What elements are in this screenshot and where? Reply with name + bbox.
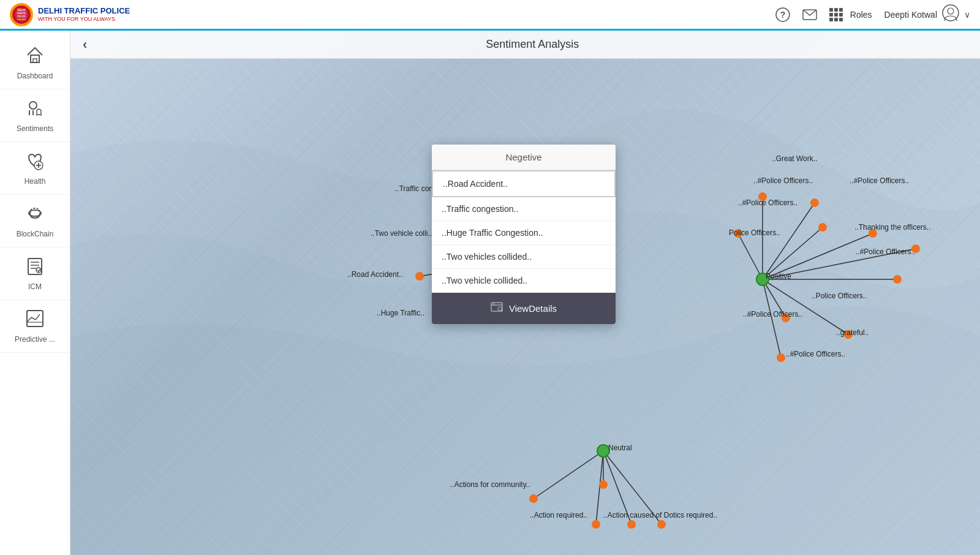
icm-icon xyxy=(25,256,45,280)
blockchain-icon xyxy=(25,203,45,227)
page-header: ‹ Sentiment Analysis xyxy=(70,31,980,59)
popup-list-item-2[interactable]: ..Two vehicles collided.. xyxy=(432,245,616,269)
logo-text: DELHI TRAFFIC POLICE WITH YOU FOR YOU AL… xyxy=(38,6,130,22)
svg-line-48 xyxy=(603,451,662,524)
health-icon xyxy=(25,151,45,175)
svg-rect-23 xyxy=(27,311,43,327)
pos-leaf-label-p9: ..Police Officers.. xyxy=(812,292,867,300)
view-details-icon xyxy=(491,301,503,315)
help-button[interactable]: ? xyxy=(775,7,790,22)
sidebar-item-dashboard[interactable]: Dashboard xyxy=(0,37,70,89)
neu-leaf-dot-1 xyxy=(529,494,538,503)
positive-node-label: Positive xyxy=(766,272,791,281)
back-button[interactable]: ‹ xyxy=(83,37,87,53)
user-name: Deepti Kotwal xyxy=(884,10,937,20)
main-layout: Dashboard Sentiments xyxy=(0,31,980,555)
pos-leaf-label-p2: ..#Police Officers.. xyxy=(753,176,813,185)
neu-leaf-label-2: ..Action required.. xyxy=(530,511,587,519)
pos-leaf-dot-4 xyxy=(734,229,742,238)
mail-button[interactable] xyxy=(802,9,817,21)
neu-leaf-dot-4 xyxy=(657,520,666,529)
pos-leaf-dot-10 xyxy=(777,353,785,362)
neu-leaf-dot-2 xyxy=(592,520,600,529)
pos-leaf-label-p6: ..Thanking the officers.. xyxy=(854,223,931,232)
svg-line-44 xyxy=(763,279,781,358)
content-area: ‹ Sentiment Analysis xyxy=(70,31,980,555)
page-title: Sentiment Analysis xyxy=(97,38,968,51)
sentiments-icon xyxy=(25,98,45,122)
logo-subtitle: WITH YOU FOR YOU ALWAYS xyxy=(38,16,130,23)
svg-line-40 xyxy=(763,249,916,279)
sidebar-item-predictive[interactable]: Predictive ... xyxy=(0,300,70,353)
home-icon xyxy=(25,45,45,69)
user-menu[interactable]: Deepti Kotwal ∨ xyxy=(884,4,970,25)
neutral-node[interactable] xyxy=(597,444,610,458)
user-avatar-icon xyxy=(942,4,959,25)
roles-button[interactable]: Roles xyxy=(829,8,872,21)
svg-text:POLICE: POLICE xyxy=(17,15,26,17)
svg-text:दिल्ली पुलिस: दिल्ली पुलिस xyxy=(17,18,26,21)
pos-leaf-label-p8: ..#Police Officers.. xyxy=(743,310,802,319)
pos-leaf-dot-9 xyxy=(844,330,853,339)
svg-text:TRAFFIC: TRAFFIC xyxy=(17,12,26,15)
neg-leaf-dot-4 xyxy=(415,272,424,281)
neg-leaf-label-4: ..Road Accident.. xyxy=(347,270,403,279)
navbar: DELHI TRAFFIC POLICE दिल्ली पुलिस DELHI … xyxy=(0,0,980,31)
pos-leaf-dot-5 xyxy=(869,229,877,238)
popup-list-item-0[interactable]: ..Traffic congestion.. xyxy=(432,197,616,221)
grid-icon xyxy=(829,8,843,21)
pos-leaf-label-p7: ..#Police Officers.. xyxy=(856,247,915,256)
svg-line-36 xyxy=(763,203,815,279)
svg-point-53 xyxy=(498,307,502,311)
sidebar-item-blockchain[interactable]: BlockChain xyxy=(0,195,70,247)
pos-leaf-dot-3 xyxy=(818,223,827,232)
navbar-icons: ? Roles Deepti Kotwal xyxy=(775,4,970,25)
popup-list-item-1[interactable]: ..Huge Traffic Congestion.. xyxy=(432,221,616,245)
neu-leaf-label-1: ..Actions for community.. xyxy=(450,480,530,489)
neu-leaf-dot-3 xyxy=(627,520,636,529)
sidebar-item-label-dashboard: Dashboard xyxy=(17,72,53,80)
sidebar-item-label-sentiments: Sentiments xyxy=(17,124,53,133)
sidebar-item-health[interactable]: Health xyxy=(0,142,70,195)
svg-text:DELHI: DELHI xyxy=(17,9,26,12)
svg-line-45 xyxy=(533,451,603,499)
svg-point-13 xyxy=(29,102,37,109)
neutral-node-label: Neutral xyxy=(608,444,632,452)
svg-line-43 xyxy=(763,279,848,334)
logo-title: DELHI TRAFFIC POLICE xyxy=(38,6,130,16)
view-details-button[interactable]: ViewDetails xyxy=(432,293,616,324)
svg-line-37 xyxy=(763,227,823,279)
svg-text:?: ? xyxy=(780,10,786,20)
pos-leaf-dot-8 xyxy=(782,314,790,322)
pos-leaf-label-great: ..Great Work.. xyxy=(772,154,817,163)
pos-leaf-dot-7 xyxy=(893,275,902,284)
predictive-icon xyxy=(25,309,45,333)
sidebar-item-label-icm: ICM xyxy=(28,282,42,291)
popup-selected-item[interactable]: ..Road Accident.. xyxy=(432,170,616,197)
neg-leaf-label-5: ..Huge Traffic.. xyxy=(377,309,424,317)
user-chevron-icon[interactable]: ∨ xyxy=(964,10,970,20)
pos-leaf-dot-1 xyxy=(758,192,767,201)
positive-node[interactable] xyxy=(756,273,769,286)
view-details-label: ViewDetails xyxy=(509,303,557,314)
sidebar-item-label-health: Health xyxy=(24,177,46,186)
sidebar: Dashboard Sentiments xyxy=(0,31,70,555)
svg-line-26 xyxy=(36,314,40,320)
neg-leaf-label-3: ..Two vehicle colli.. xyxy=(371,229,432,238)
sidebar-item-icm[interactable]: ICM xyxy=(0,247,70,300)
pos-leaf-label-p10: ..#Police Officers.. xyxy=(786,350,845,358)
pos-leaf-label-p4: ..#Police Officers.. xyxy=(738,198,797,207)
svg-line-47 xyxy=(603,451,631,524)
sidebar-item-label-blockchain: BlockChain xyxy=(17,230,54,238)
popup-header: Negetive xyxy=(432,145,616,170)
neu-leaf-label-3: ..Action caused of Dotics required.. xyxy=(603,511,717,519)
popup-card: Negetive ..Road Accident.. ..Traffic con… xyxy=(432,145,616,324)
sidebar-item-label-predictive: Predictive ... xyxy=(15,335,55,344)
popup-list-item-3[interactable]: ..Two vehicle collided.. xyxy=(432,269,616,293)
sidebar-item-sentiments[interactable]: Sentiments xyxy=(0,89,70,142)
graph-canvas: Neg... ..Traffic cong.. ..Two vehicle co… xyxy=(70,59,980,555)
pos-leaf-label-p3: ..#Police Officers.. xyxy=(850,176,909,185)
svg-point-10 xyxy=(948,8,954,14)
logo-emblem: DELHI TRAFFIC POLICE दिल्ली पुलिस xyxy=(10,3,33,26)
logo: DELHI TRAFFIC POLICE दिल्ली पुलिस DELHI … xyxy=(10,3,130,26)
